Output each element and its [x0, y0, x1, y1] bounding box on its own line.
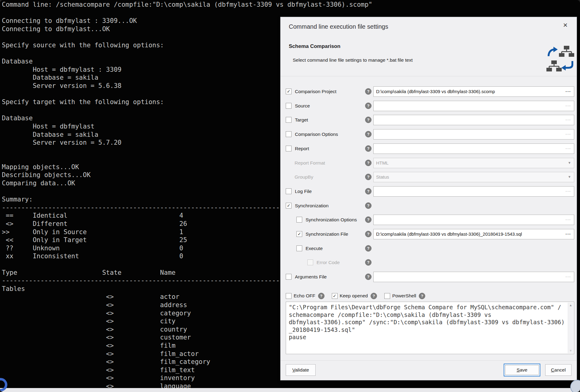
checkbox-powershell[interactable] [384, 293, 390, 299]
dropdown-report-format: HTML▼ [373, 158, 574, 168]
cancel-button-label: C [551, 367, 554, 372]
help-icon-comparison-project[interactable]: ? [365, 88, 372, 95]
help-icon-arguments-file[interactable]: ? [365, 274, 372, 280]
checkbox-comparison-options[interactable] [286, 131, 292, 137]
input-synchronization-options[interactable]: ... [373, 215, 574, 225]
help-icon-comparison-options[interactable]: ? [365, 131, 372, 137]
browse-button-comparison-options[interactable]: ... [565, 130, 571, 136]
input-synchronization-file[interactable]: D:\comp\sakila (dbfmylast-3309 vs dbfmyl… [373, 229, 574, 239]
flag-powershell: PowerShell? [384, 293, 425, 299]
flag-label-echo-off: Echo OFF [294, 293, 315, 299]
flag-label-powershell: PowerShell [392, 293, 416, 299]
scroll-up-icon[interactable]: ▲ [568, 303, 573, 307]
setting-row-comparison-options: Comparison Options?... [281, 128, 577, 140]
screenshot-frame: Command line: /schemacompare /compfile:"… [0, 0, 580, 392]
checkbox-target[interactable] [286, 117, 292, 123]
help-icon-log-file[interactable]: ? [365, 188, 372, 194]
chevron-down-icon: ▼ [568, 175, 571, 179]
help-icon-synchronization[interactable]: ? [365, 202, 372, 209]
scroll-down-icon[interactable]: ▼ [568, 349, 573, 352]
banner-description: Select command line file settings to man… [293, 57, 413, 63]
input-source[interactable]: ... [373, 101, 574, 111]
help-icon-target[interactable]: ? [365, 117, 372, 123]
help-icon-synchronization-file[interactable]: ? [365, 231, 372, 237]
validate-button[interactable]: Validate [286, 364, 316, 376]
help-icon-keep-opened[interactable]: ? [371, 293, 377, 299]
checkbox-log-file[interactable] [286, 188, 292, 194]
setting-label-execute: Execute [306, 246, 323, 251]
input-comparison-project[interactable]: D:\comp\sakila (dbfmylast-3309 vs dbfmyl… [373, 86, 574, 97]
checkbox-synchronization-options[interactable] [296, 217, 302, 223]
setting-row-execute: Execute? [281, 242, 577, 255]
input-arguments-file[interactable]: ... [373, 272, 574, 282]
checkbox-echo-off[interactable] [286, 293, 292, 299]
setting-label-synchronization-file: Synchronization File [306, 231, 348, 237]
help-icon-report[interactable]: ? [365, 145, 372, 152]
checkbox-arguments-file[interactable] [286, 274, 292, 280]
checkbox-comparison-project[interactable]: ✓ [286, 89, 292, 94]
help-icon-synchronization-options[interactable]: ? [365, 216, 372, 223]
browse-button-synchronization-file[interactable]: ... [565, 230, 571, 235]
checkbox-execute[interactable] [296, 245, 302, 251]
setting-label-error-code: Error Code [317, 260, 340, 265]
bat-file-text-area[interactable]: "C:\Program Files\Devart\dbForge Schema … [286, 302, 574, 354]
setting-label-target: Target [295, 117, 308, 123]
browse-button-comparison-project[interactable]: ... [565, 88, 571, 93]
browse-button-target[interactable]: ... [565, 116, 571, 121]
banner-heading: Schema Comparison [289, 43, 340, 49]
chevron-down-icon: ▼ [568, 161, 571, 165]
help-icon-error-code[interactable]: ? [365, 259, 372, 266]
dropdown-value-groupby: Status [376, 174, 389, 180]
bat-text-scrollbar[interactable]: ▲ ▼ [568, 303, 573, 353]
close-icon[interactable]: ✕ [561, 21, 570, 30]
checkbox-synchronization-file[interactable]: ✓ [296, 231, 302, 237]
input-log-file[interactable]: ... [373, 186, 574, 197]
input-value-comparison-project: D:\comp\sakila (dbfmylast-3309 vs dbfmyl… [376, 89, 495, 94]
cancel-button[interactable]: Cancel [545, 364, 571, 376]
setting-label-report: Report [295, 146, 309, 151]
input-target[interactable]: ... [373, 115, 574, 125]
setting-label-arguments-file: Arguments File [295, 274, 327, 280]
setting-row-source: Source?... [281, 100, 577, 112]
checkbox-report[interactable] [286, 146, 292, 151]
banner-separator [281, 76, 577, 76]
setting-row-report-format: Report Format?HTML▼ [281, 157, 577, 169]
checkbox-synchronization[interactable]: ✓ [286, 203, 292, 209]
help-icon-execute[interactable]: ? [365, 245, 372, 252]
setting-label-groupby: GroupBy [295, 174, 313, 180]
help-icon-echo-off[interactable]: ? [318, 293, 324, 299]
setting-row-log-file: Log File?... [281, 185, 577, 198]
setting-label-log-file: Log File [295, 189, 312, 194]
help-icon-powershell[interactable]: ? [419, 293, 425, 299]
help-icon-groupby[interactable]: ? [365, 174, 372, 180]
input-report[interactable]: ... [373, 143, 574, 154]
save-button[interactable]: Save [504, 364, 540, 376]
dropdown-groupby: Status▼ [373, 172, 574, 182]
floating-widget [570, 380, 580, 392]
setting-label-comparison-project: Comparison Project [295, 89, 336, 94]
browse-button-synchronization-options[interactable]: ... [565, 216, 571, 221]
browse-button-report[interactable]: ... [565, 145, 571, 150]
dropdown-value-report-format: HTML [376, 160, 389, 165]
validate-button-label: V [292, 367, 295, 372]
input-value-synchronization-file: D:\comp\sakila (dbfmylast-3309 vs dbfmyl… [376, 231, 522, 237]
browse-button-source[interactable]: ... [565, 102, 571, 107]
bat-file-text: "C:\Program Files\Devart\dbForge Schema … [286, 302, 574, 343]
checkbox-source[interactable] [286, 103, 292, 109]
dialog-title: Command line execution file settings [289, 23, 388, 30]
setting-label-source: Source [295, 103, 310, 109]
setting-row-groupby: GroupBy?Status▼ [281, 171, 577, 183]
checkbox-keep-opened[interactable]: ✓ [332, 293, 338, 299]
setting-row-synchronization-file: ✓Synchronization File?D:\comp\sakila (db… [281, 228, 577, 240]
flag-keep-opened: ✓Keep opened? [332, 293, 377, 299]
buttons-separator [281, 360, 577, 361]
input-comparison-options[interactable]: ... [373, 129, 574, 140]
schema-sync-icon [546, 45, 575, 74]
flag-echo-off: Echo OFF? [286, 293, 324, 299]
browse-button-arguments-file[interactable]: ... [565, 273, 571, 278]
window-bottom-frame [0, 388, 580, 392]
help-icon-report-format[interactable]: ? [365, 160, 372, 166]
browse-button-log-file[interactable]: ... [565, 187, 571, 193]
help-icon-source[interactable]: ? [365, 103, 372, 109]
setting-row-target: Target?... [281, 114, 577, 126]
